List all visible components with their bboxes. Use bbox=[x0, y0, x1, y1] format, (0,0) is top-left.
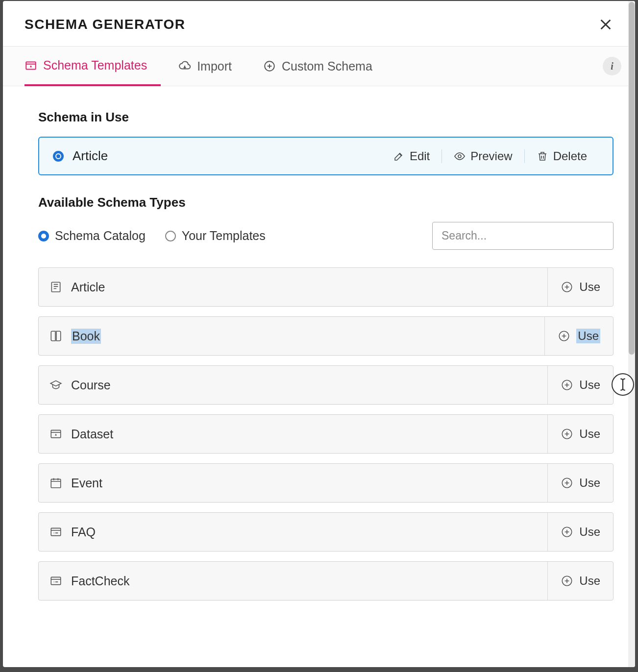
edit-button[interactable]: Edit bbox=[381, 149, 442, 163]
schema-generator-modal: SCHEMA GENERATOR Schema Templates Import… bbox=[3, 1, 635, 667]
info-button[interactable]: i bbox=[603, 57, 621, 75]
plus-circle-icon bbox=[558, 330, 570, 342]
close-button[interactable] bbox=[598, 17, 613, 32]
scrollbar-thumb[interactable] bbox=[629, 2, 635, 355]
eye-icon bbox=[454, 150, 466, 162]
svg-rect-9 bbox=[51, 479, 61, 487]
schema-row-faq: FAQ Use bbox=[38, 512, 613, 552]
faq-icon bbox=[49, 526, 62, 538]
modal-content: Schema in Use Article Edit Preview Delet… bbox=[3, 86, 635, 654]
article-icon bbox=[49, 281, 62, 293]
close-icon bbox=[599, 18, 613, 31]
radio-schema-catalog[interactable]: Schema Catalog bbox=[38, 229, 146, 243]
use-label: Use bbox=[579, 427, 600, 441]
edit-icon bbox=[393, 150, 405, 162]
use-button[interactable]: Use bbox=[547, 366, 613, 404]
plus-circle-icon bbox=[561, 379, 573, 391]
schema-name: Course bbox=[71, 378, 111, 392]
schema-name: Book bbox=[71, 329, 101, 344]
use-label: Use bbox=[579, 280, 600, 294]
search-input[interactable] bbox=[432, 222, 613, 250]
use-button[interactable]: Use bbox=[547, 415, 613, 453]
factcheck-icon bbox=[49, 575, 62, 587]
filter-row: Schema Catalog Your Templates bbox=[38, 222, 613, 250]
use-button[interactable]: Use bbox=[544, 317, 613, 355]
schema-in-use-name: Article bbox=[73, 148, 108, 164]
use-button[interactable]: Use bbox=[547, 562, 613, 600]
tab-label: Schema Templates bbox=[43, 58, 147, 72]
radio-checked-icon bbox=[38, 231, 49, 241]
schema-name: FAQ bbox=[71, 525, 96, 539]
schema-actions: Edit Preview Delete bbox=[381, 149, 599, 163]
template-icon bbox=[25, 59, 37, 72]
delete-label: Delete bbox=[553, 149, 587, 163]
schema-name: Event bbox=[71, 476, 102, 490]
use-button[interactable]: Use bbox=[547, 513, 613, 551]
tab-label: Import bbox=[197, 59, 232, 73]
schema-in-use-heading: Schema in Use bbox=[38, 110, 613, 125]
schema-row-event: Event Use bbox=[38, 463, 613, 503]
graduation-cap-icon bbox=[49, 379, 62, 391]
radio-unchecked-icon bbox=[165, 231, 176, 241]
schema-name: FactCheck bbox=[71, 574, 129, 588]
preview-label: Preview bbox=[470, 149, 512, 163]
radio-selected-icon bbox=[53, 151, 64, 162]
schema-name: Dataset bbox=[71, 427, 113, 441]
scrollbar-track[interactable] bbox=[628, 1, 635, 667]
schema-row-book: Book Use bbox=[38, 316, 613, 356]
radio-label: Schema Catalog bbox=[55, 229, 146, 243]
schema-in-use-left: Article bbox=[53, 148, 108, 164]
plus-circle-icon bbox=[561, 575, 573, 587]
use-button[interactable]: Use bbox=[547, 464, 613, 502]
text-cursor-indicator bbox=[612, 373, 634, 396]
text-cursor-icon bbox=[618, 378, 628, 391]
schema-row-factcheck: FactCheck Use bbox=[38, 561, 613, 600]
plus-circle-icon bbox=[561, 281, 573, 293]
schema-in-use-card[interactable]: Article Edit Preview Delete bbox=[38, 137, 613, 175]
modal-title: SCHEMA GENERATOR bbox=[25, 17, 185, 32]
plus-circle-icon bbox=[263, 60, 276, 72]
plus-circle-icon bbox=[561, 526, 573, 538]
schema-row-article: Article Use bbox=[38, 267, 613, 307]
info-icon: i bbox=[611, 61, 613, 72]
available-schema-heading: Available Schema Types bbox=[38, 195, 613, 210]
tab-bar: Schema Templates Import Custom Schema i bbox=[3, 47, 635, 86]
preview-button[interactable]: Preview bbox=[442, 149, 524, 163]
tab-import[interactable]: Import bbox=[178, 48, 245, 85]
dataset-icon bbox=[49, 428, 62, 440]
tab-label: Custom Schema bbox=[282, 59, 372, 73]
book-icon bbox=[49, 330, 62, 342]
use-label: Use bbox=[579, 476, 600, 490]
tab-schema-templates[interactable]: Schema Templates bbox=[25, 47, 161, 86]
calendar-icon bbox=[49, 477, 62, 489]
svg-rect-3 bbox=[51, 282, 60, 292]
delete-button[interactable]: Delete bbox=[524, 149, 599, 163]
use-label: Use bbox=[576, 329, 600, 343]
use-label: Use bbox=[579, 574, 600, 588]
edit-label: Edit bbox=[410, 149, 430, 163]
schema-source-radio-group: Schema Catalog Your Templates bbox=[38, 229, 266, 243]
tab-custom-schema[interactable]: Custom Schema bbox=[263, 48, 386, 85]
use-label: Use bbox=[579, 525, 600, 539]
radio-label: Your Templates bbox=[182, 229, 266, 243]
use-label: Use bbox=[579, 378, 600, 392]
svg-rect-13 bbox=[51, 577, 61, 584]
trash-icon bbox=[537, 150, 548, 162]
schema-row-dataset: Dataset Use bbox=[38, 414, 613, 454]
radio-your-templates[interactable]: Your Templates bbox=[165, 229, 266, 243]
use-button[interactable]: Use bbox=[547, 268, 613, 306]
svg-point-2 bbox=[458, 155, 461, 158]
schema-row-course: Course Use bbox=[38, 365, 613, 405]
schema-list: Article Use Book Use bbox=[38, 267, 613, 600]
svg-rect-11 bbox=[51, 528, 61, 535]
schema-name: Article bbox=[71, 280, 105, 294]
plus-circle-icon bbox=[561, 428, 573, 440]
plus-circle-icon bbox=[561, 477, 573, 489]
cloud-download-icon bbox=[178, 60, 191, 72]
modal-header: SCHEMA GENERATOR bbox=[3, 1, 635, 47]
